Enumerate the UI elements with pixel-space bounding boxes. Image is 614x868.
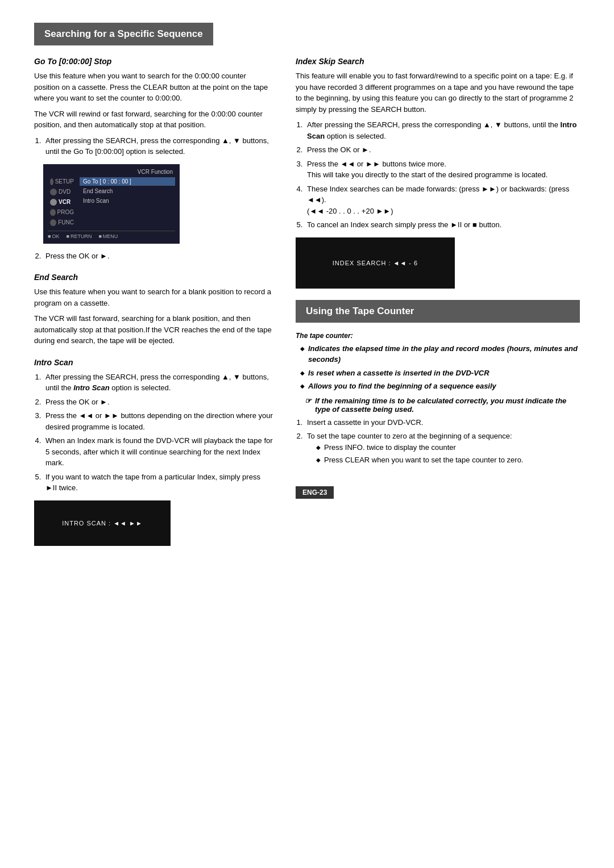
go-to-title: Go To [0:00:00] Stop (34, 57, 273, 66)
tape-step1: Insert a cassette in your DVD-VCR. (305, 417, 580, 428)
tape-note: If the remaining time is to be calculate… (305, 397, 580, 414)
intro-scan-steps: After pressing the SEARCH, press the cor… (43, 372, 273, 494)
index-skip-step5: To cancel an Index search simply press t… (305, 219, 580, 231)
vcr-menu-label: ■ MENU (98, 233, 118, 239)
tape-sub-bullet1: Press INFO. twice to display the counter (316, 442, 580, 453)
index-skip-steps: After pressing the SEARCH, press the cor… (305, 119, 580, 231)
vcr-dvd-icon (50, 189, 57, 195)
vcr-return-label: ■ RETURN (66, 233, 92, 239)
tape-counter-bullets: Indicates the elapsed time in the play a… (300, 343, 580, 392)
go-to-step1: After pressing the SEARCH, press the cor… (43, 135, 273, 157)
intro-scan-step5: If you want to watch the tape from a par… (43, 471, 273, 494)
vcr-screen-header: VCR Function (48, 169, 175, 175)
vcr-option-highlight: Go To [ 0 : 00 : 00 ] (80, 177, 175, 186)
end-search-section: End Search Use this feature when you wan… (34, 273, 273, 347)
vcr-menu-left: SETUP DVD VCR (48, 177, 76, 227)
tape-sub-bullet2: Press CLEAR when you want to set the tap… (316, 454, 580, 466)
tape-bullet2: Is reset when a cassette is inserted in … (300, 368, 580, 379)
go-to-step2: Press the OK or ►. (43, 251, 273, 262)
tape-bullet1: Indicates the elapsed time in the play a… (300, 343, 580, 365)
end-search-title: End Search (34, 273, 273, 282)
vcr-vcr-icon (50, 199, 57, 206)
tape-counter-label: The tape counter: (296, 332, 580, 340)
go-to-para2: The VCR will rewind or fast forward, sea… (34, 108, 273, 131)
end-search-para2: The VCR will fast forward, searching for… (34, 313, 273, 347)
vcr-prog-icon (50, 209, 56, 216)
page-number: ENG-23 (296, 486, 334, 499)
intro-scan-step4: When an Index mark is found the DVD-VCR … (43, 435, 273, 469)
intro-scan-screen: INTRO SCAN : ◄◄ ►► (34, 500, 171, 546)
go-to-steps: After pressing the SEARCH, press the cor… (43, 135, 273, 157)
vcr-menu-setup: SETUP (48, 177, 76, 186)
index-skip-para1: This feature will enable you to fast for… (296, 70, 580, 115)
vcr-bottom-bar: ■ OK ■ RETURN ■ MENU (48, 231, 175, 239)
go-to-step2-list: Press the OK or ►. (43, 251, 273, 262)
vcr-menu-dvd: DVD (48, 187, 76, 197)
tape-bullet3: Allows you to find the beginning of a se… (300, 381, 580, 392)
vcr-menu-prog: PROG (48, 208, 76, 217)
index-skip-step2: Press the OK or ►. (305, 144, 580, 156)
vcr-function-screen: VCR Function SETUP DVD (43, 164, 180, 244)
vcr-setup-icon (50, 178, 53, 185)
tape-sub-bullets: Press INFO. twice to display the counter… (316, 442, 580, 466)
index-skip-title: Index Skip Search (296, 57, 580, 66)
intro-scan-title: Intro Scan (34, 358, 273, 367)
vcr-ok-label: ■ OK (48, 233, 59, 239)
intro-scan-step3: Press the ◄◄ or ►► buttons depending on … (43, 410, 273, 432)
index-search-screen: INDEX SEARCH : ◄◄ - 6 (296, 237, 455, 289)
intro-scan-step2: Press the OK or ►. (43, 397, 273, 408)
go-to-section: Go To [0:00:00] Stop Use this feature wh… (34, 57, 273, 261)
right-column: Index Skip Search This feature will enab… (296, 57, 580, 557)
index-skip-step4: These Index searches can be made forward… (305, 183, 580, 217)
index-skip-step3: Press the ◄◄ or ►► buttons twice more. T… (305, 158, 580, 181)
index-skip-step1: After pressing the SEARCH, press the cor… (305, 119, 580, 141)
vcr-menu-right: Go To [ 0 : 00 : 00 ] End Search Intro S… (80, 177, 175, 227)
tape-step2: To set the tape counter to zero at the b… (305, 431, 580, 466)
tape-steps: Insert a cassette in your DVD-VCR. To se… (305, 417, 580, 466)
index-skip-section: Index Skip Search This feature will enab… (296, 57, 580, 289)
page-container: Searching for a Specific Sequence Go To … (34, 23, 580, 557)
left-column: Go To [0:00:00] Stop Use this feature wh… (34, 57, 273, 557)
vcr-screen-body: SETUP DVD VCR (48, 177, 175, 227)
tape-counter-header: Using the Tape Counter (296, 300, 580, 323)
vcr-menu-func: FUNC (48, 218, 76, 227)
intro-scan-section: Intro Scan After pressing the SEARCH, pr… (34, 358, 273, 546)
vcr-option-end-search: End Search (80, 187, 175, 195)
tape-counter-section: Using the Tape Counter The tape counter:… (296, 300, 580, 466)
vcr-option-intro-scan: Intro Scan (80, 197, 175, 205)
go-to-para1: Use this feature when you want to search… (34, 70, 273, 104)
main-section-header: Searching for a Specific Sequence (34, 23, 580, 57)
intro-scan-step1: After pressing the SEARCH, press the cor… (43, 372, 273, 394)
end-search-para1: Use this feature when you want to search… (34, 286, 273, 308)
vcr-menu-vcr: VCR (48, 198, 76, 207)
vcr-func-icon (50, 219, 56, 226)
